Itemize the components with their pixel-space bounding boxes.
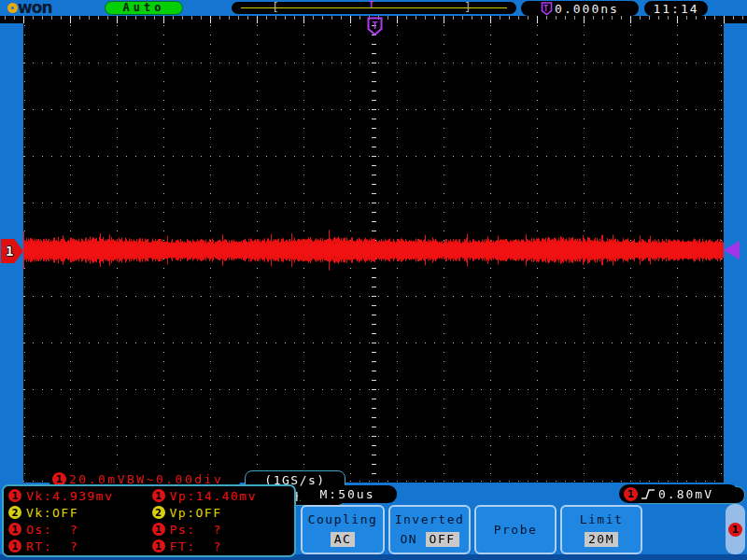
channel-1-badge: 1 xyxy=(8,539,21,553)
inverted-label: Inverted xyxy=(395,512,465,526)
inverted-on-option: ON xyxy=(400,532,417,547)
trigger-level-value: 0.80mV xyxy=(658,487,713,501)
trigger-level-arrow-icon xyxy=(724,241,740,259)
trigger-position-letter: T xyxy=(369,0,374,9)
measurement-preshoot: 1 Ps: ? xyxy=(149,523,293,537)
channel-1-badge: 1 xyxy=(624,487,638,501)
measurement-vp-ch1: 1 Vp:14.40mv xyxy=(149,489,293,503)
measurements-panel: 1 Vk:4.939mv 1 Vp:14.40mv 2 Vk:OFF 2 Vp:… xyxy=(2,484,296,557)
trigger-level-readout: 1 0.80mV xyxy=(619,484,739,503)
clock: 11:14 xyxy=(644,1,708,16)
coupling-button[interactable]: Coupling AC xyxy=(301,505,385,554)
measurement-risetime: 1 RT: ? xyxy=(6,539,149,553)
channel-1-badge: 1 xyxy=(152,539,165,553)
channel-1-badge: 1 xyxy=(152,523,165,536)
channel1-position-marker: 1 xyxy=(1,239,23,263)
trigger-position-marker-icon: T xyxy=(366,17,384,36)
horizontal-position-bar: [ ] T xyxy=(232,2,516,14)
measurement-vp-ch2: 2 Vp:OFF xyxy=(149,506,293,520)
svg-text:T: T xyxy=(543,3,550,12)
limit-button[interactable]: Limit 20M xyxy=(560,505,642,554)
channel-1-badge: 1 xyxy=(8,489,21,502)
waveform-canvas xyxy=(23,23,724,483)
svg-text:T: T xyxy=(372,20,378,32)
trigger-time-readout: T 0.000ns xyxy=(521,1,639,16)
channel-1-badge: 1 xyxy=(152,489,165,502)
trigger-mode-badge: Auto xyxy=(105,1,183,15)
coupling-value: AC xyxy=(331,532,356,547)
measurement-vk-ch1: 1 Vk:4.939mv xyxy=(6,489,149,503)
oscilloscope-screen: won Auto [ ] T T 0.000ns 11:14 T 1 20.0m… xyxy=(0,0,747,560)
owon-logo-ring-icon xyxy=(7,3,18,13)
measurement-overshoot: 1 Os: ? xyxy=(6,523,149,537)
rising-edge-icon xyxy=(641,488,655,500)
owon-logo: won xyxy=(7,0,52,16)
limit-label: Limit xyxy=(580,512,624,526)
probe-label: Probe xyxy=(494,523,538,537)
channel-2-badge: 2 xyxy=(8,506,21,519)
channel-page-indicator[interactable]: 1 xyxy=(726,504,745,554)
waveform-display: 1 20.0mVBW~0.00div 2 20.0mVBW~-2.00div (… xyxy=(23,23,724,483)
channel-1-badge: 1 xyxy=(728,523,742,537)
owon-logo-text: won xyxy=(18,1,52,15)
probe-button[interactable]: Probe xyxy=(474,505,557,554)
top-bar: won Auto [ ] T T 0.000ns 11:14 xyxy=(0,0,747,16)
channel-1-badge: 1 xyxy=(8,523,21,536)
channel-2-badge: 2 xyxy=(152,506,165,519)
limit-value: 20M xyxy=(585,532,618,547)
measurement-falltime: 1 FT: ? xyxy=(149,539,293,553)
trigger-time-value: 0.000ns xyxy=(555,2,619,16)
window-left-bracket: [ xyxy=(272,1,279,14)
timebase-readout: M:50us xyxy=(298,485,397,503)
window-right-bracket: ] xyxy=(464,1,472,14)
inverted-button[interactable]: Inverted ON OFF xyxy=(388,505,471,554)
inverted-off-option: OFF xyxy=(426,532,459,547)
trigger-t-icon: T xyxy=(541,2,553,16)
coupling-label: Coupling xyxy=(308,512,378,526)
measurement-vk-ch2: 2 Vk:OFF xyxy=(6,506,149,520)
